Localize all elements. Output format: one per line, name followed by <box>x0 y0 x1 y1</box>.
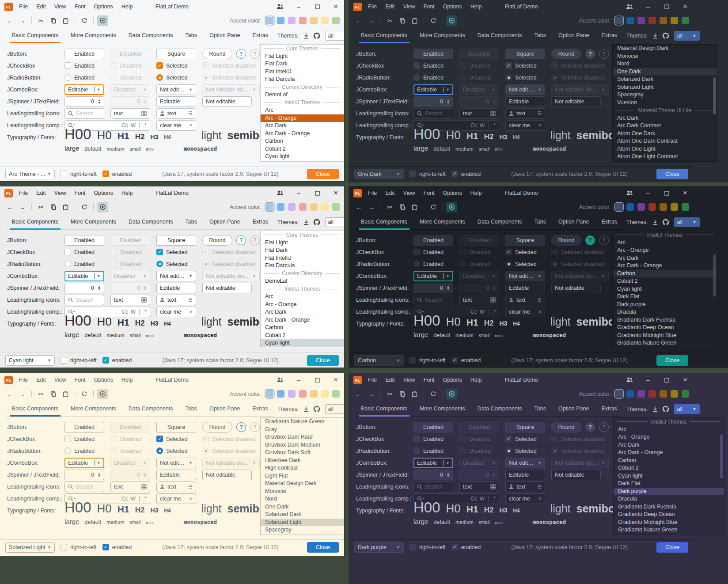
tab-more-components[interactable]: More Components <box>66 401 121 416</box>
theme-item[interactable]: Solarized Dark <box>261 511 344 519</box>
accent-swatch-6[interactable] <box>321 17 329 24</box>
accent-swatch-7[interactable] <box>332 390 340 398</box>
menu-font[interactable]: Font <box>424 190 435 196</box>
checkbox-selected[interactable]: ✓Selected <box>505 436 545 442</box>
combobox-not-editable[interactable]: Not editable▼ <box>156 271 196 281</box>
round-button[interactable]: Round <box>202 49 232 59</box>
enabled-checkbox[interactable]: ✓enabled <box>102 357 132 364</box>
cut-button[interactable]: ✂ <box>35 389 46 399</box>
tab-extras[interactable]: Extras <box>596 214 622 229</box>
theme-selector-combo[interactable]: One Dark▼ <box>354 169 404 179</box>
combobox-not-editable[interactable]: Not editable▼ <box>505 458 545 468</box>
menu-file[interactable]: File <box>19 4 28 10</box>
close-window-button[interactable]: × <box>332 189 340 197</box>
tab-more-components[interactable]: More Components <box>66 214 121 229</box>
list-icon[interactable] <box>536 111 542 116</box>
menu-view[interactable]: View <box>403 190 415 196</box>
spinner[interactable]: 0▲▼ <box>64 470 104 480</box>
help-button-2[interactable]: ? <box>599 422 609 432</box>
table-icon[interactable] <box>490 484 496 489</box>
table-icon[interactable] <box>141 111 147 116</box>
themes-list-scrollbar[interactable] <box>720 434 723 478</box>
radio-selected[interactable]: Selected <box>156 261 196 267</box>
theme-item[interactable]: Flat Darcula <box>261 76 344 83</box>
tab-option-pane[interactable]: Option Pane <box>554 214 594 229</box>
checkbox-selected[interactable]: ✓Selected <box>156 62 196 69</box>
minimize-button[interactable]: – <box>295 3 303 11</box>
radio-enabled[interactable]: Enabled <box>64 74 104 81</box>
textfield-editable[interactable]: Editable <box>156 283 196 293</box>
list-icon[interactable] <box>187 297 193 302</box>
theme-item[interactable]: Nord <box>613 60 717 68</box>
menu-help[interactable]: Help <box>121 4 133 10</box>
combobox-not-editable[interactable]: Not editable▼ <box>505 271 545 281</box>
close-window-button[interactable]: × <box>332 3 340 11</box>
theme-item-selected[interactable]: Dark purple <box>614 488 724 496</box>
right-to-left-checkbox[interactable]: right-to-left <box>61 544 97 550</box>
search-input[interactable]: Search <box>413 482 453 492</box>
tab-option-pane[interactable]: Option Pane <box>205 214 245 229</box>
menu-view[interactable]: View <box>54 377 66 383</box>
theme-selector-combo[interactable]: Solarized Light▼ <box>5 542 55 553</box>
show-hidden-toggle[interactable] <box>97 15 108 26</box>
theme-item[interactable]: Flat Light <box>261 53 344 61</box>
paste-button[interactable] <box>60 202 71 212</box>
menu-file[interactable]: File <box>368 4 377 10</box>
theme-item[interactable]: Gradianto Nature Green <box>614 526 724 534</box>
menu-file[interactable]: File <box>19 190 28 196</box>
theme-item[interactable]: Cobalt 2 <box>614 464 724 472</box>
menu-view[interactable]: View <box>403 4 415 10</box>
checkbox-selected[interactable]: ✓Selected <box>156 436 196 442</box>
accent-swatch-6[interactable] <box>671 390 678 398</box>
radio-enabled[interactable]: Enabled <box>64 447 104 454</box>
theme-item[interactable]: Arc Dark Contrast <box>613 122 717 130</box>
maximize-button[interactable] <box>663 189 671 197</box>
theme-item[interactable]: Arc Dark <box>613 254 717 262</box>
spinner[interactable]: 0▲▼ <box>413 283 453 293</box>
tab-extras[interactable]: Extras <box>247 401 273 416</box>
help-button-2[interactable]: ? <box>250 49 260 59</box>
themes-filter-combo[interactable]: all▼ <box>325 31 345 41</box>
textfield-editable[interactable]: Editable <box>505 96 545 107</box>
forward-button[interactable]: → <box>17 15 28 26</box>
combobox-not-editable[interactable]: Not editable▼ <box>156 84 196 95</box>
menu-options[interactable]: Options <box>94 4 113 10</box>
theme-item[interactable]: Dark Flat <box>614 480 724 488</box>
accent-swatch-3[interactable] <box>637 203 645 211</box>
help-button[interactable]: ? <box>236 422 246 432</box>
spinner-arrows-icon[interactable]: ▲▼ <box>445 99 450 104</box>
tab-tabs[interactable]: Tabs <box>181 28 202 43</box>
text-input-trailing-icon[interactable]: text <box>110 108 150 119</box>
copy-button[interactable] <box>397 202 408 212</box>
theme-item[interactable]: Arc <box>613 239 717 247</box>
text-input-both-icons[interactable]: text <box>505 108 545 119</box>
tab-extras[interactable]: Extras <box>247 214 273 229</box>
spinner[interactable]: 0▲▼ <box>64 96 104 107</box>
menu-font[interactable]: Font <box>424 377 435 383</box>
github-icon[interactable] <box>662 219 669 226</box>
radio-enabled[interactable]: Enabled <box>413 74 453 81</box>
menu-options[interactable]: Options <box>443 4 462 10</box>
menu-view[interactable]: View <box>54 4 66 10</box>
help-button[interactable]: ? <box>585 235 595 245</box>
accent-swatch-5[interactable] <box>660 203 667 211</box>
theme-item[interactable]: Arc Dark - Orange <box>261 316 344 324</box>
theme-item[interactable]: Cobalt 2 <box>261 145 344 153</box>
accent-swatch-7[interactable] <box>332 203 340 211</box>
back-button[interactable]: ← <box>4 202 15 212</box>
show-hidden-toggle[interactable] <box>446 15 457 26</box>
close-button[interactable]: Close <box>656 542 688 553</box>
maximize-button[interactable] <box>313 376 321 384</box>
text-input-both-icons[interactable]: text <box>505 295 545 305</box>
textfield-editable[interactable]: Editable <box>505 470 545 480</box>
theme-item[interactable]: Flat IntelliJ <box>261 254 344 262</box>
accent-swatch-5[interactable] <box>310 390 318 398</box>
accent-swatch-3[interactable] <box>288 390 296 398</box>
radio-selected[interactable]: Selected <box>505 74 545 81</box>
menu-file[interactable]: File <box>368 377 377 383</box>
help-button[interactable]: ? <box>585 422 595 432</box>
theme-item[interactable]: Gradianto Deep Ocean <box>613 324 717 332</box>
theme-item[interactable]: Arc - Orange <box>261 301 344 309</box>
tab-option-pane[interactable]: Option Pane <box>205 28 245 43</box>
theme-item[interactable]: Nord <box>261 495 344 503</box>
